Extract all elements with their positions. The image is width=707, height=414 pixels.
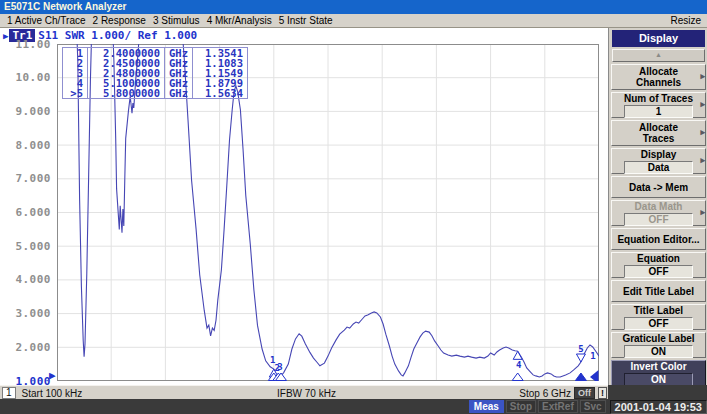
softkey-value: OFF [624,317,693,330]
channel-number-box: 1 [2,387,16,399]
y-tick-label: 10.00 [0,71,51,84]
ifbw-label: IFBW 70 kHz [277,388,336,399]
window-titlebar: E5071C Network Analyzer [0,0,707,14]
y-tick-label: 11.00 [0,38,51,51]
softkey-value: 1 [624,105,693,118]
softkey-invert-color[interactable]: Invert ColorON [611,360,706,386]
status-item-extref: ExtRef [538,400,578,413]
softkey-equation-editor[interactable]: Equation Editor... [611,228,706,250]
marker-3-label: 3 [277,362,282,372]
plot-panel: ▶Tr1S11 SWR 1.000/ Ref 1.000 11.0010.009… [0,28,608,385]
y-tick-label: 9.000 [0,105,51,118]
warning-indicator: ! [598,387,607,399]
softkey-menu: Display ▲ AllocateChannels▸Num of Traces… [608,28,707,385]
menu-item-5-instr-state[interactable]: 5 Instr State [279,15,333,27]
menu-item-4-mkr-analysis[interactable]: 4 Mkr/Analysis [207,15,272,27]
softkey-display[interactable]: DisplayData▸ [611,148,706,174]
softkey-edit-title-label[interactable]: Edit Title Label [611,280,706,302]
marker-5-label: 5 [578,344,583,354]
sweep-end-indicator-icon [590,370,599,381]
app-window: E5071C Network Analyzer 1 Active Ch/Trac… [0,0,707,414]
submenu-arrow-icon: ▸ [700,155,705,166]
softkey-menu-title: Display [612,30,705,47]
menu-item-3-stimulus[interactable]: 3 Stimulus [153,15,200,27]
submenu-arrow-icon: ▸ [700,127,705,138]
submenu-arrow-icon: ▸ [700,71,705,82]
y-tick-label: 8.000 [0,139,51,152]
resize-control[interactable]: Resize [670,15,701,26]
stop-frequency-label: Stop 6 GHz [519,388,571,399]
start-frequency-label: Start 100 kHz [22,388,83,399]
y-tick-label: 6.000 [0,206,51,219]
softkey-data-mem[interactable]: Data -> Mem [611,176,706,198]
menu-items: 1 Active Ch/Trace2 Response3 Stimulus4 M… [0,15,333,27]
status-inactive-items: StopExtRefSvc [506,400,606,413]
softkey-equation[interactable]: EquationOFF [611,252,706,278]
reference-level-arrow-icon: ▶ [49,369,56,382]
meas-status-badge: Meas [469,400,504,413]
submenu-arrow-icon: ▸ [700,99,705,110]
trace-number-label: 1 [590,351,595,361]
softkey-num-of-traces[interactable]: Num of Traces1▸ [611,92,706,118]
softkey-title-label[interactable]: Title LabelOFF [611,304,706,330]
datetime-display: 2001-01-04 19:53 [610,400,707,414]
softkey-allocate-channels[interactable]: AllocateChannels▸ [611,64,706,90]
menu-bar: 1 Active Ch/Trace2 Response3 Stimulus4 M… [0,14,707,28]
status-bar: Meas StopExtRefSvc 2001-01-04 19:53 [0,399,707,414]
off-status-badge: Off [574,387,595,399]
stimulus-bar: 1 Start 100 kHz IFBW 70 kHz Stop 6 GHz O… [0,385,608,400]
y-tick-label: 4.000 [0,273,51,286]
softkey-value: Data [624,161,693,174]
softkey-value: ON [624,345,693,358]
softkey-buttons: AllocateChannels▸Num of Traces1▸Allocate… [609,64,707,386]
y-tick-label: 5.000 [0,240,51,253]
marker-row: >55.8000000GHz1.5634 [63,88,248,99]
marker-5-axis-indicator-icon[interactable] [575,373,586,381]
trace-status-text: S11 SWR 1.000/ Ref 1.000 [38,29,197,42]
window-title: E5071C Network Analyzer [0,0,707,14]
marker-4-axis-indicator-icon[interactable] [512,373,523,381]
marker-5-icon[interactable] [576,354,585,362]
y-tick-label: 2.000 [0,341,51,354]
stop-frequency-group: Stop 6 GHz Off ! [519,387,607,399]
status-item-stop: Stop [506,400,536,413]
softkey-value: OFF [624,213,693,226]
y-tick-label: 7.000 [0,172,51,185]
marker-4-label: 4 [516,360,522,370]
menu-item-1-active-ch-trace[interactable]: 1 Active Ch/Trace [7,15,86,27]
softkey-value: ON [624,373,693,386]
y-tick-label: 3.000 [0,307,51,320]
status-item-svc: Svc [580,400,606,413]
scroll-up-button[interactable]: ▲ [612,49,705,62]
softkey-value: OFF [624,265,693,278]
marker-table: 12.4000000GHz1.354122.4500000GHz1.108332… [62,47,248,99]
softkey-allocate-traces[interactable]: AllocateTraces▸ [611,120,706,146]
submenu-arrow-icon: ▸ [700,207,705,218]
softkey-data-math: Data MathOFF▸ [611,200,706,226]
softkey-graticule-label[interactable]: Graticule LabelON [611,332,706,358]
menu-item-2-response[interactable]: 2 Response [93,15,146,27]
